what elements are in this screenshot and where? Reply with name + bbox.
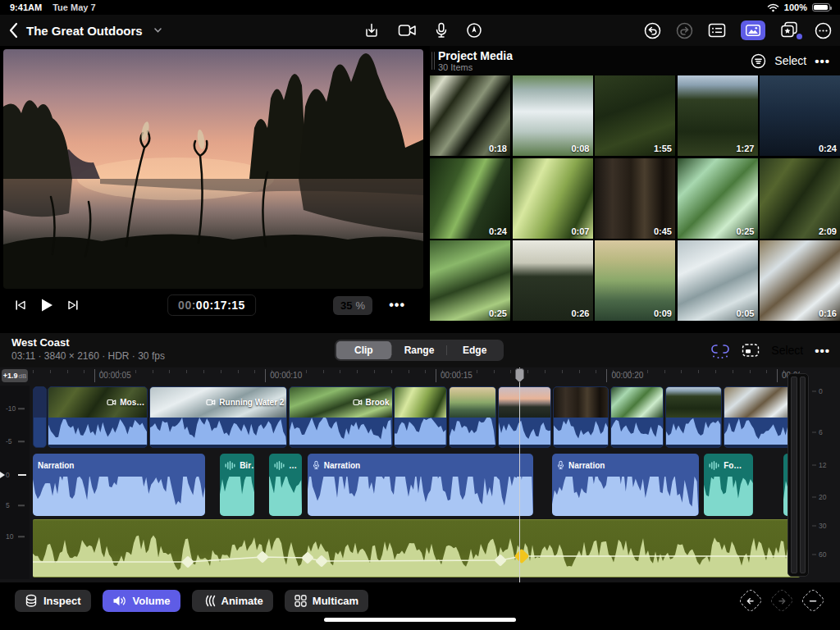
animate-icon: [202, 595, 216, 607]
video-clip[interactable]: [449, 386, 496, 448]
inspect-button[interactable]: Inspect: [15, 590, 91, 612]
record-video-button[interactable]: [398, 23, 417, 38]
media-thumbnail[interactable]: 1:55: [595, 75, 675, 156]
skip-back-button[interactable]: [15, 299, 26, 311]
media-thumbnail[interactable]: 0:08: [513, 75, 593, 156]
panel-drag-handle[interactable]: [431, 52, 434, 70]
tab-range[interactable]: Range: [392, 341, 447, 359]
meter-scale-label: 12: [819, 461, 826, 469]
db-scale-label: -10: [6, 404, 16, 413]
tab-clip[interactable]: Clip: [336, 341, 391, 359]
media-panel-title: Project Media: [438, 49, 513, 62]
db-scale-label: 5: [6, 501, 10, 509]
filter-button[interactable]: [751, 53, 766, 69]
audio-track: NarrationBir……NarrationNarrationFo…: [33, 454, 800, 516]
video-clip[interactable]: [33, 386, 47, 448]
project-menu-button[interactable]: [151, 24, 165, 38]
meter-scale-label: 60: [819, 550, 826, 559]
db-scale-label: 10: [6, 532, 13, 541]
media-thumbnail[interactable]: 0:26: [513, 240, 593, 321]
video-clip[interactable]: [665, 386, 721, 448]
audio-clip[interactable]: Narration: [552, 454, 699, 516]
home-indicator[interactable]: [324, 618, 516, 622]
media-more-button[interactable]: •••: [815, 54, 830, 68]
clip-duration: 0:24: [819, 144, 837, 153]
meter-scale-label: 6: [819, 428, 823, 436]
play-button[interactable]: [39, 298, 54, 313]
media-thumbnail[interactable]: 0:24: [760, 75, 840, 156]
viewer-controls: 00:00:17:15 35% •••: [0, 289, 423, 322]
media-select-button[interactable]: Select: [774, 54, 806, 67]
media-thumbnail[interactable]: 0:09: [595, 240, 675, 321]
timeline-select-button[interactable]: Select: [771, 344, 803, 357]
media-thumbnail[interactable]: 0:16: [760, 240, 840, 321]
audio-clip[interactable]: Narration: [33, 454, 205, 516]
timecode-display[interactable]: 00:00:17:15: [167, 294, 256, 316]
more-menu-button[interactable]: [815, 22, 832, 39]
video-clip-label: Brook: [353, 387, 390, 418]
viewer-preview: [3, 49, 423, 289]
connect-tool-button[interactable]: [710, 341, 730, 359]
video-clip[interactable]: [610, 386, 664, 448]
video-clip[interactable]: Running Water 2: [149, 386, 287, 448]
export-button[interactable]: [363, 22, 380, 39]
audio-clip[interactable]: Narration: [308, 454, 533, 516]
viewer-more-button[interactable]: •••: [389, 298, 405, 313]
video-clip[interactable]: [394, 386, 447, 448]
audio-clip[interactable]: Fo…: [704, 454, 753, 516]
more-icon: •••: [815, 344, 830, 358]
viewer-zoom-button[interactable]: 35%: [333, 296, 372, 315]
redo-button[interactable]: [676, 22, 693, 39]
timeline-more-button[interactable]: •••: [815, 344, 830, 358]
audio-clip-label: Fo…: [709, 454, 742, 477]
overlay-clip-button[interactable]: [742, 343, 760, 358]
playhead[interactable]: [519, 368, 521, 582]
audio-clip[interactable]: …: [269, 454, 302, 516]
media-thumbnail[interactable]: 0:25: [678, 158, 758, 239]
clock: 9:41AM: [10, 2, 42, 12]
trim-next-button[interactable]: [769, 587, 794, 613]
video-clip-label: Running Water 2: [206, 387, 284, 418]
trim-previous-button[interactable]: [737, 587, 763, 613]
inspect-label: Inspect: [43, 595, 81, 607]
media-thumbnail[interactable]: 0:05: [678, 240, 758, 321]
skip-forward-button[interactable]: [67, 299, 79, 311]
volume-button[interactable]: Volume: [103, 590, 180, 612]
media-thumbnail[interactable]: 1:27: [678, 75, 758, 156]
media-thumbnail[interactable]: 0:18: [430, 75, 510, 156]
media-thumbnail[interactable]: 0:45: [595, 158, 675, 239]
media-thumbnail[interactable]: 0:25: [430, 240, 510, 321]
animate-button[interactable]: Animate: [192, 590, 273, 612]
video-clip[interactable]: [553, 386, 609, 448]
media-browser-button[interactable]: [741, 21, 765, 40]
multicam-button[interactable]: Multicam: [285, 590, 368, 612]
clip-duration: 0:05: [736, 308, 754, 318]
timeline-ruler[interactable]: 00:00:0500:00:1000:00:1500:00:2000:00: [33, 368, 800, 386]
browser-panel-button[interactable]: [708, 23, 726, 38]
effects-button[interactable]: [780, 21, 800, 39]
notification-dot: [797, 34, 802, 39]
video-clip[interactable]: Brook: [289, 386, 392, 448]
clip-duration: 0:25: [489, 308, 507, 318]
audio-clip-label: Narration: [557, 454, 605, 477]
tab-edge[interactable]: Edge: [447, 341, 502, 359]
video-clip[interactable]: [498, 386, 551, 448]
video-clip[interactable]: Mos…: [48, 386, 148, 448]
volume-db-badge: +1.9 dB: [2, 369, 28, 382]
media-thumbnail[interactable]: 2:09: [760, 158, 840, 239]
pencil-tool-button[interactable]: [466, 22, 482, 39]
record-voiceover-button[interactable]: [435, 22, 448, 39]
clip-duration: 0:18: [489, 144, 507, 153]
project-title: The Great Outdoors: [26, 24, 143, 38]
media-thumbnail[interactable]: 0:24: [430, 158, 510, 239]
multicam-icon: [294, 595, 307, 607]
remove-keyframe-button[interactable]: [800, 587, 825, 613]
animate-label: Animate: [221, 595, 263, 607]
clip-duration: 0:09: [654, 308, 672, 318]
back-button[interactable]: [8, 22, 18, 39]
media-thumbnail[interactable]: 0:07: [513, 158, 593, 239]
music-clip[interactable]: [33, 519, 800, 578]
volume-scale[interactable]: -10-50510: [0, 386, 30, 579]
audio-clip[interactable]: Bir…: [220, 454, 254, 516]
undo-button[interactable]: [644, 22, 661, 39]
